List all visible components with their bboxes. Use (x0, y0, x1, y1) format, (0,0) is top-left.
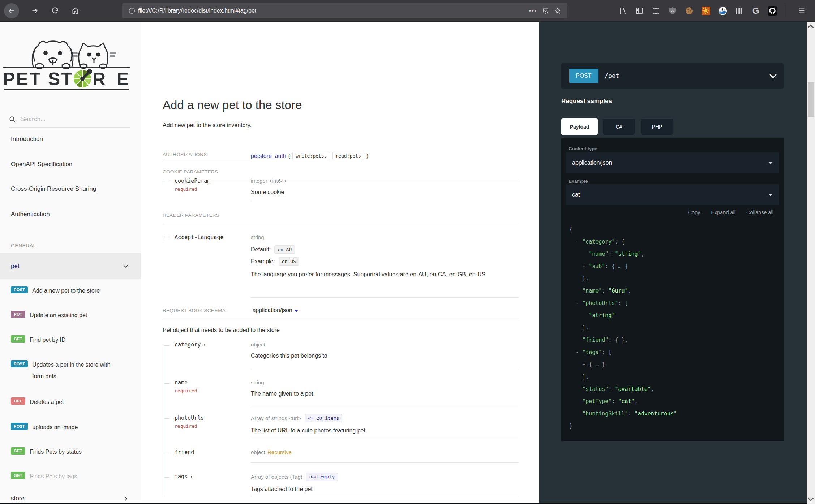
page-actions-icon[interactable]: ••• (527, 8, 539, 14)
default-value-chip: en-AU (274, 245, 295, 254)
site-info-icon[interactable] (126, 8, 138, 14)
sidebar-op-add-pet[interactable]: POST Add a new pet to the store (11, 286, 130, 297)
reload-icon (51, 7, 59, 15)
bookmark-star-icon[interactable] (552, 7, 564, 14)
sidebar-op-delete-pet[interactable]: DEL Deletes a pet (11, 397, 130, 408)
param-type: integer <int64> (251, 178, 287, 184)
content-type-label: Content type (569, 146, 597, 151)
forward-button[interactable] (27, 3, 43, 19)
copy-button[interactable]: Copy (688, 210, 700, 215)
code-line: - "category": { (569, 236, 677, 248)
recursive-link[interactable]: Recursive (267, 449, 292, 455)
body-content-type-dropdown[interactable]: application/json (252, 307, 298, 313)
content-type-select[interactable]: application/json (566, 152, 779, 173)
field-category[interactable]: category › (175, 341, 247, 348)
scroll-up-icon[interactable] (808, 25, 814, 31)
collapse-toggle[interactable]: - (576, 349, 582, 356)
search-box[interactable] (9, 112, 130, 126)
collapse-toggle[interactable]: … (618, 263, 625, 270)
sidebar-op-upload-image[interactable]: POST uploads an image (11, 423, 130, 433)
code-token: ], (569, 374, 589, 380)
cookie-icon[interactable] (683, 5, 695, 17)
menu-button[interactable] (794, 3, 810, 19)
address-bar[interactable]: file:///C:/R/library/redoc/dist/index.ht… (122, 3, 567, 18)
field-description: The list of URL to a cute photos featuri… (251, 427, 519, 434)
sidebar-op-find-by-tags[interactable]: GET Finds Pets by tags (11, 472, 130, 482)
sidebar-item-openapi-specification[interactable]: OpenAPI Specification (11, 161, 72, 168)
scroll-down-icon[interactable] (808, 495, 814, 501)
authorizations-label: AUTHORIZATIONS: (163, 152, 251, 161)
collapse-all-button[interactable]: Collapse all (746, 210, 773, 215)
example-select[interactable]: cat (566, 184, 779, 205)
sidebars-icon[interactable] (633, 5, 645, 17)
fence-icon[interactable] (733, 5, 745, 17)
petstore-auth-link[interactable]: petstore_auth (251, 153, 286, 159)
op-label: Deletes a pet (30, 396, 64, 408)
url-text[interactable]: file:///C:/R/library/redoc/dist/index.ht… (138, 8, 256, 14)
field-friend: friend (175, 449, 247, 456)
endpoint-dropdown[interactable]: POST /pet (561, 63, 784, 89)
collapse-toggle[interactable]: + (582, 361, 589, 368)
param-type: string (251, 234, 264, 240)
code-token (569, 263, 582, 270)
reader-book-icon[interactable] (650, 5, 662, 17)
pocket-icon[interactable] (539, 8, 552, 14)
row-divider (251, 462, 519, 463)
sidebar-op-update-pet-form[interactable]: POST Updates a pet in the store with for… (11, 360, 130, 382)
code-token (569, 288, 582, 294)
scrollbar-thumb[interactable] (808, 82, 814, 117)
sidebar-group-label: store (11, 495, 25, 502)
collapse-toggle[interactable]: + (582, 263, 589, 270)
code-token: "name" (582, 288, 602, 294)
request-samples-title: Request samples (561, 98, 612, 105)
collapse-toggle[interactable]: - (576, 238, 582, 245)
op-label: Add a new pet to the store (32, 285, 100, 297)
chevron-down-icon (769, 71, 777, 78)
op-label: Update an existing pet (30, 310, 87, 321)
code-line: + "sub": { … } (569, 260, 677, 272)
library-icon[interactable] (617, 5, 629, 17)
tab-csharp[interactable]: C# (603, 118, 635, 135)
github-icon[interactable] (766, 5, 778, 17)
collapse-toggle[interactable]: … (595, 361, 602, 368)
home-button[interactable] (67, 3, 83, 19)
sidebar-group-pet[interactable]: pet (0, 253, 141, 279)
stats-circle-icon[interactable] (716, 5, 729, 17)
back-button[interactable] (4, 3, 20, 19)
reload-button[interactable] (47, 3, 63, 19)
code-line: "huntingSkill": "adventurous" (569, 408, 677, 420)
expand-arrow-icon: › (204, 341, 206, 348)
sidebar-op-find-by-status[interactable]: GET Finds Pets by status (11, 447, 130, 458)
search-input[interactable] (21, 116, 119, 123)
sidebar-op-find-pet-by-id[interactable]: GET Find pet by ID (11, 335, 130, 346)
code-token: "tags" (582, 349, 602, 356)
sidebar-section-general: GENERAL (11, 243, 36, 249)
code-token (569, 337, 582, 343)
sidebar-op-update-pet[interactable]: PUT Update an existing pet (11, 311, 130, 321)
tree-tick (164, 418, 169, 419)
home-icon (71, 7, 79, 15)
field-tags-details: Array of objects (Tag) non-empty Tags at… (251, 473, 519, 492)
field-type: string (251, 379, 264, 385)
code-token: : [ (618, 300, 628, 306)
dropdown-caret-icon (768, 194, 773, 196)
tab-php[interactable]: PHP (641, 118, 673, 135)
field-tags[interactable]: tags › (175, 473, 247, 480)
ublock-icon[interactable]: UO (666, 5, 679, 17)
code-line: } (569, 420, 677, 432)
tab-payload[interactable]: Payload (561, 118, 598, 135)
page-scrollbar[interactable] (807, 22, 815, 504)
header-parameters-heading: HEADER PARAMETERS (163, 212, 519, 223)
method-badge-put: PUT (11, 311, 25, 318)
code-line: { (569, 223, 677, 236)
code-line: }, (569, 272, 677, 285)
sun-extension-icon[interactable] (700, 5, 712, 17)
expand-all-button[interactable]: Expand all (711, 210, 735, 215)
collapse-toggle[interactable]: - (576, 300, 582, 306)
sidebar-item-authentication[interactable]: Authentication (11, 211, 50, 218)
code-line: + { … } (569, 358, 677, 371)
sidebar-item-cors[interactable]: Cross-Origin Resource Sharing (11, 185, 96, 193)
sidebar-item-introduction[interactable]: Introduction (11, 135, 43, 143)
paren: ) (366, 153, 368, 159)
google-icon[interactable]: G (750, 5, 762, 17)
